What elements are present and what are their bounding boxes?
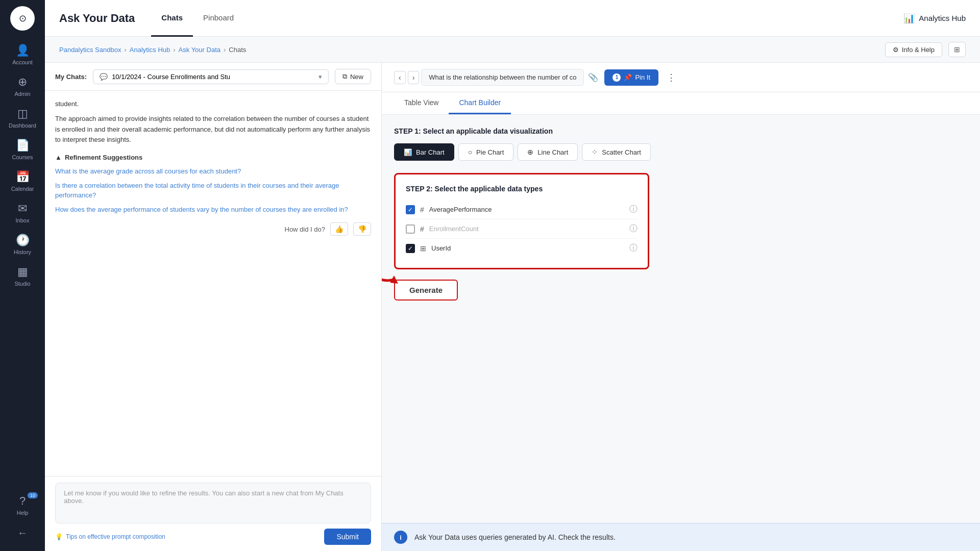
- more-options-button[interactable]: ⋮: [663, 70, 680, 85]
- avgperf-label: AveragePerformance: [429, 206, 624, 213]
- sidebar-item-label: Help: [17, 510, 29, 516]
- prev-query-button[interactable]: ‹: [394, 71, 406, 84]
- lightbulb-icon: 💡: [55, 533, 63, 540]
- refinement-section: ▲ Refinement Suggestions What is the ave…: [55, 154, 371, 214]
- tips-link[interactable]: 💡 Tips on effective prompt composition: [55, 533, 165, 540]
- message-para2: The approach aimed to provide insights r…: [55, 114, 371, 145]
- dashboard-icon: ◫: [17, 107, 28, 120]
- my-chats-label: My Chats:: [55, 73, 87, 81]
- refinement-item-1[interactable]: What is the average grade across all cou…: [55, 166, 371, 177]
- chat-input[interactable]: Let me know if you would like to refine …: [55, 483, 371, 523]
- main-content: Ask Your Data Chats Pinboard 📊 Analytics…: [45, 0, 980, 551]
- info-enrollment-icon[interactable]: ⓘ: [629, 223, 638, 234]
- refinement-item-2[interactable]: Is there a correlation between the total…: [55, 181, 371, 201]
- feedback-label: How did I do?: [285, 226, 326, 233]
- content-area: My Chats: 💬 10/1/2024 - Course Enrollmen…: [45, 63, 980, 551]
- chat-panel: My Chats: 💬 10/1/2024 - Course Enrollmen…: [45, 63, 382, 551]
- message-para1: student.: [55, 99, 371, 110]
- sidebar-item-label: Admin: [14, 91, 30, 97]
- collapse-icon: ▲: [55, 154, 62, 161]
- thumbs-down-button[interactable]: 👎: [353, 222, 371, 236]
- breadcrumb-sep: ›: [224, 46, 226, 54]
- line-chart-button[interactable]: ⊕ Line Chart: [518, 143, 578, 161]
- breadcrumb-sep: ›: [124, 46, 126, 54]
- bar-chart-button[interactable]: 📊 Bar Chart: [394, 143, 454, 161]
- sidebar-item-label: Dashboard: [9, 122, 36, 129]
- breadcrumb-ask-your-data[interactable]: Ask Your Data: [179, 46, 220, 54]
- attach-icon[interactable]: 📎: [586, 70, 600, 84]
- tab-chart-builder[interactable]: Chart Builder: [449, 92, 511, 114]
- breadcrumb-sep: ›: [173, 46, 175, 54]
- data-type-row-userid: ✓ ⊞ UserId ⓘ: [406, 239, 638, 258]
- tab-pinboard[interactable]: Pinboard: [193, 0, 244, 37]
- query-text: What is the relationship between the num…: [421, 69, 584, 86]
- breadcrumb-pandalytics[interactable]: Pandalytics Sandbox: [59, 46, 121, 54]
- chart-content: STEP 1: Select an applicable data visual…: [382, 115, 980, 523]
- numeric-icon: #: [420, 225, 424, 233]
- sidebar: ⊙ 👤 Account ⊕ Admin ◫ Dashboard 📄 Course…: [0, 0, 45, 551]
- inbox-icon: ✉: [18, 202, 27, 215]
- sidebar-item-inbox[interactable]: ✉ Inbox: [0, 197, 45, 229]
- scatter-chart-icon: ⁘: [592, 148, 598, 156]
- sidebar-item-label: History: [14, 249, 31, 255]
- chat-footer: Let me know if you would like to refine …: [45, 476, 381, 551]
- info-userid-icon[interactable]: ⓘ: [629, 243, 638, 254]
- chat-selector[interactable]: 💬 10/1/2024 - Course Enrollments and Stu…: [93, 69, 329, 84]
- sidebar-item-history[interactable]: 🕐 History: [0, 229, 45, 260]
- refinement-label: Refinement Suggestions: [65, 154, 142, 161]
- courses-icon: 📄: [16, 139, 30, 152]
- submit-button[interactable]: Submit: [324, 529, 371, 545]
- pin-badge: 1: [612, 73, 621, 82]
- sidebar-item-admin[interactable]: ⊕ Admin: [0, 70, 45, 102]
- refinement-item-3[interactable]: How does the average performance of stud…: [55, 205, 371, 215]
- data-type-row-enrollment: # EnrollmentCount ⓘ: [406, 219, 638, 239]
- data-type-row-avgperf: ✓ # AveragePerformance ⓘ: [406, 200, 638, 219]
- sidebar-item-dashboard[interactable]: ◫ Dashboard: [0, 102, 45, 134]
- breadcrumb-analytics-hub[interactable]: Analytics Hub: [130, 46, 170, 54]
- pin-icon: 📌: [624, 73, 632, 81]
- top-header: Ask Your Data Chats Pinboard 📊 Analytics…: [45, 0, 980, 37]
- analytics-hub-label: Analytics Hub: [919, 14, 966, 22]
- help-badge: 10: [28, 492, 38, 498]
- info-circle-icon: i: [394, 531, 407, 544]
- userid-checkbox[interactable]: ✓: [406, 244, 415, 253]
- sidebar-item-label: Studio: [14, 281, 30, 287]
- thumbs-up-button[interactable]: 👍: [330, 222, 348, 236]
- info-help-button[interactable]: ⚙ Info & Help: [885, 42, 942, 57]
- pie-chart-button[interactable]: ○ Pie Chart: [458, 143, 514, 161]
- app-title: Ask Your Data: [59, 12, 135, 25]
- sidebar-item-courses[interactable]: 📄 Courses: [0, 134, 45, 165]
- pin-it-button[interactable]: 1 📌 Pin It: [604, 69, 658, 86]
- data-types-box: STEP 2: Select the applicable data types…: [394, 173, 649, 269]
- breadcrumb-actions: ⚙ Info & Help ⊞: [885, 42, 966, 57]
- sidebar-item-help[interactable]: 10 ? Help: [0, 489, 45, 521]
- collapse-sidebar-button[interactable]: ←: [0, 521, 45, 545]
- message-content: student. The approach aimed to provide i…: [55, 99, 371, 145]
- scatter-chart-button[interactable]: ⁘ Scatter Chart: [582, 143, 651, 161]
- sidebar-item-label: Courses: [12, 154, 33, 160]
- sidebar-item-calendar[interactable]: 📅 Calendar: [0, 165, 45, 197]
- next-query-button[interactable]: ›: [408, 71, 420, 84]
- new-chat-button[interactable]: ⧉ New: [335, 69, 371, 84]
- chart-panel-header: ‹ › What is the relationship between the…: [382, 63, 980, 92]
- analytics-hub-icon: 📊: [903, 13, 915, 24]
- tab-chats[interactable]: Chats: [151, 0, 193, 37]
- pie-chart-icon: ○: [468, 148, 472, 156]
- enrollment-checkbox[interactable]: [406, 224, 415, 234]
- avgperf-checkbox[interactable]: ✓: [406, 205, 415, 214]
- grid-icon-button[interactable]: ⊞: [948, 42, 966, 57]
- chat-input-placeholder: Let me know if you would like to refine …: [64, 489, 344, 505]
- step2-label: STEP 2: Select the applicable data types: [406, 185, 638, 193]
- tab-table-view[interactable]: Table View: [394, 92, 449, 114]
- breadcrumb: Pandalytics Sandbox › Analytics Hub › As…: [59, 46, 246, 54]
- generate-button[interactable]: Generate: [394, 280, 458, 300]
- info-avgperf-icon[interactable]: ⓘ: [629, 204, 638, 215]
- category-icon: ⊞: [420, 244, 426, 253]
- app-logo[interactable]: ⊙: [10, 6, 35, 31]
- analytics-hub-button[interactable]: 📊 Analytics Hub: [903, 13, 966, 24]
- refinement-header[interactable]: ▲ Refinement Suggestions: [55, 154, 371, 161]
- sidebar-item-account[interactable]: 👤 Account: [0, 39, 45, 70]
- sidebar-item-studio[interactable]: ▦ Studio: [0, 260, 45, 292]
- sidebar-item-label: Inbox: [16, 217, 30, 223]
- chat-bubble-icon: 💬: [100, 73, 108, 81]
